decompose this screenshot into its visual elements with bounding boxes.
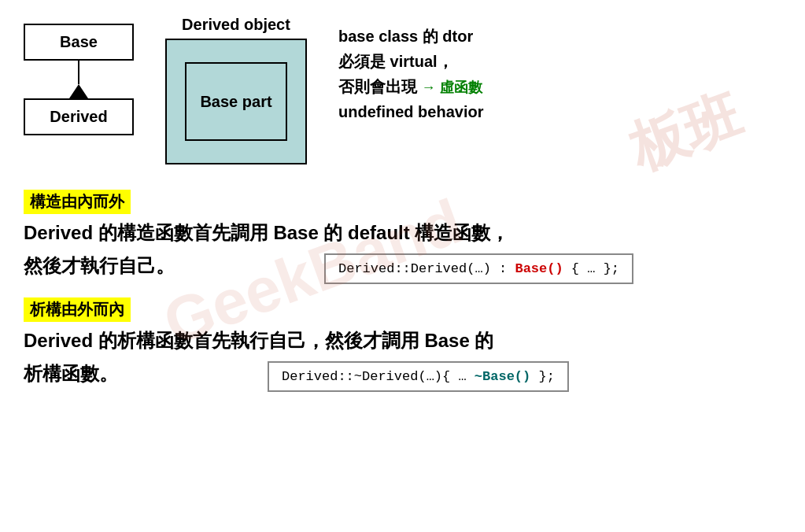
- info-text-block: base class 的 dtor 必須是 virtual， 否則會出現 → 虛…: [338, 24, 483, 124]
- destruction-code-box: Derived::~Derived(…){ … ~Base() };: [268, 361, 569, 392]
- destruction-code-prefix: Derived::~Derived(…){ …: [282, 369, 475, 384]
- construction-code-prefix: Derived::Derived(…) :: [338, 261, 515, 276]
- derived-outer-box: Base part: [165, 39, 307, 164]
- destruction-text1: Derived 的析構函數首先執行自己，然後才調用 Base 的: [24, 327, 781, 355]
- destruction-row2: 析構函數。 Derived::~Derived(…){ … ~Base() };: [24, 360, 781, 393]
- construction-code-box: Derived::Derived(…) : Base() { … };: [324, 253, 633, 284]
- derived-inner-box: Base part: [185, 62, 287, 141]
- uml-arrow-line: [78, 61, 79, 84]
- top-section: Base Derived Derived object Base part ba…: [24, 16, 781, 164]
- construction-code-suffix: { … };: [563, 261, 619, 276]
- destruction-section: 析構由外而內 Derived 的析構函數首先執行自己，然後才調用 Base 的 …: [24, 288, 781, 393]
- construction-text1: Derived 的構造函數首先調用 Base 的 default 構造函數，: [24, 219, 781, 247]
- uml-class-diagram: Base Derived: [24, 24, 134, 135]
- info-line2: 必須是 virtual，: [338, 53, 453, 70]
- info-line4: undefined behavior: [338, 103, 483, 120]
- construction-code-highlight: Base(): [515, 261, 563, 276]
- destruction-text2: 析構函數。: [24, 360, 118, 388]
- destruction-code-suffix: };: [530, 369, 555, 384]
- uml-derived-box: Derived: [24, 98, 134, 135]
- info-virtual-fn: 虛函數: [440, 79, 482, 95]
- uml-arrow-head: [69, 84, 88, 98]
- info-line1: base class 的 dtor: [338, 28, 473, 45]
- destruction-code-highlight: ~Base(): [475, 369, 530, 384]
- destruction-badge: 析構由外而內: [24, 297, 131, 322]
- info-line3: 否則會出現: [338, 78, 417, 95]
- uml-base-box: Base: [24, 24, 134, 61]
- construction-badge: 構造由內而外: [24, 190, 131, 214]
- derived-object-title: Derived object: [182, 16, 290, 34]
- info-arrow: →: [422, 79, 436, 95]
- construction-text2: 然後才執行自己。: [24, 252, 175, 280]
- derived-object-section: Derived object Base part: [165, 16, 307, 164]
- main-container: 板班 GeekBand Base Derived Derived object …: [0, 0, 805, 532]
- construction-section: 構造由內而外 Derived 的構造函數首先調用 Base 的 default …: [24, 180, 781, 285]
- construction-row2: 然後才執行自己。 Derived::Derived(…) : Base() { …: [24, 252, 781, 285]
